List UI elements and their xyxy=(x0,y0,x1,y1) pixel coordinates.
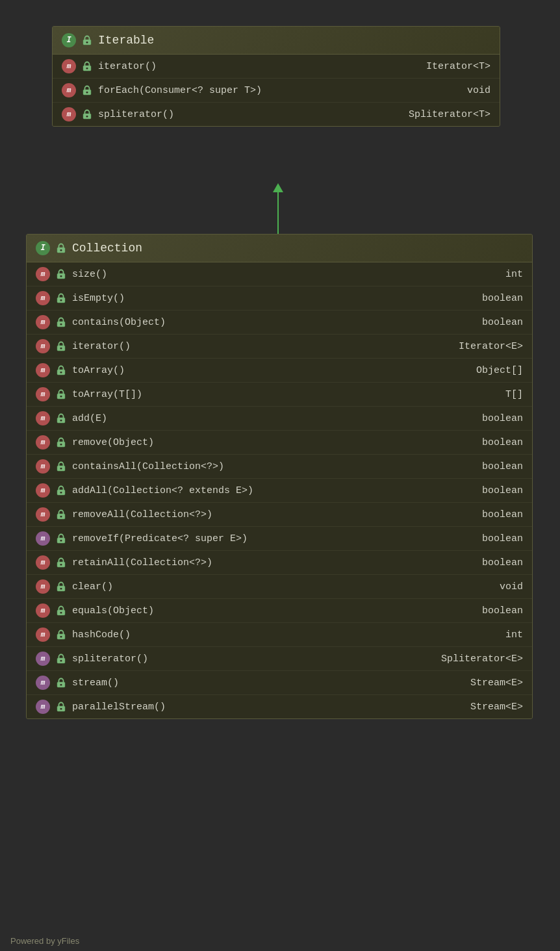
method-badge: m xyxy=(36,507,50,522)
method-name: removeIf(Predicate<? super E>) xyxy=(72,533,477,544)
method-badge: m xyxy=(36,411,50,425)
method-name: spliterator() xyxy=(72,653,436,665)
svg-rect-39 xyxy=(60,612,62,614)
method-lock-icon xyxy=(55,268,67,280)
method-row: m iterator()Iterator<T> xyxy=(53,55,500,79)
method-return-type: boolean xyxy=(482,533,523,544)
method-row: m toArray(T[])T[] xyxy=(27,383,532,407)
iterable-lock-icon xyxy=(81,34,93,46)
method-lock-icon xyxy=(55,388,67,400)
collection-class-box: I Collection m size()intm isEmpty()boole… xyxy=(26,234,533,719)
method-lock-icon xyxy=(55,412,67,424)
method-lock-icon xyxy=(55,557,67,568)
method-row: m addAll(Collection<? extends E>)boolean xyxy=(27,479,532,503)
svg-rect-47 xyxy=(60,708,62,710)
svg-rect-29 xyxy=(60,492,62,494)
method-return-type: int xyxy=(505,629,523,640)
method-name: size() xyxy=(72,269,500,280)
iterable-class-name: Iterable xyxy=(98,34,154,47)
svg-rect-37 xyxy=(60,588,62,590)
method-name: addAll(Collection<? extends E>) xyxy=(72,485,477,496)
method-return-type: T[] xyxy=(505,389,523,400)
method-name: toArray() xyxy=(72,365,471,376)
method-name: retainAll(Collection<?>) xyxy=(72,557,477,568)
method-name: containsAll(Collection<?>) xyxy=(72,461,477,472)
method-row: m removeIf(Predicate<? super E>)boolean xyxy=(27,527,532,551)
svg-rect-33 xyxy=(60,540,62,542)
svg-rect-45 xyxy=(60,684,62,686)
method-lock-icon xyxy=(81,108,93,120)
method-lock-icon xyxy=(55,485,67,496)
svg-rect-3 xyxy=(86,68,88,70)
method-lock-icon xyxy=(55,316,67,328)
svg-rect-7 xyxy=(86,116,88,118)
iterable-methods: m iterator()Iterator<T>m forEach(Consume… xyxy=(53,55,500,126)
method-badge: m xyxy=(36,267,50,281)
method-badge: m xyxy=(36,339,50,353)
method-lock-icon xyxy=(55,653,67,665)
svg-rect-1 xyxy=(86,42,88,44)
method-row: m hashCode()int xyxy=(27,623,532,647)
collection-interface-badge: I xyxy=(36,241,50,255)
method-badge: m xyxy=(62,83,76,97)
svg-rect-41 xyxy=(60,636,62,638)
method-lock-icon xyxy=(55,340,67,352)
method-badge-alt: m xyxy=(36,531,50,546)
method-badge: m xyxy=(36,483,50,498)
method-name: clear() xyxy=(72,581,494,592)
method-badge: m xyxy=(36,628,50,642)
method-row: m parallelStream()Stream<E> xyxy=(27,695,532,718)
method-badge: m xyxy=(36,291,50,305)
inheritance-arrow xyxy=(273,183,283,238)
canvas: I Iterable m iterator()Iterator<T>m forE… xyxy=(0,0,560,951)
method-row: m isEmpty()boolean xyxy=(27,286,532,311)
method-badge-alt: m xyxy=(36,676,50,690)
method-badge: m xyxy=(36,579,50,594)
svg-rect-17 xyxy=(60,348,62,349)
method-name: forEach(Consumer<? super T>) xyxy=(98,85,462,96)
method-return-type: boolean xyxy=(482,317,523,328)
method-badge: m xyxy=(62,107,76,121)
iterable-header: I Iterable xyxy=(53,27,500,55)
svg-rect-35 xyxy=(60,564,62,566)
method-return-type: Stream<E> xyxy=(470,678,523,689)
method-return-type: Stream<E> xyxy=(470,702,523,713)
arrow-line xyxy=(277,192,279,238)
collection-methods: m size()intm isEmpty()booleanm contains(… xyxy=(27,262,532,718)
method-name: parallelStream() xyxy=(72,702,465,713)
method-return-type: boolean xyxy=(482,509,523,520)
method-row: m forEach(Consumer<? super T>)void xyxy=(53,79,500,103)
method-row: m add(E)boolean xyxy=(27,407,532,431)
method-row: m clear()void xyxy=(27,575,532,599)
method-return-type: boolean xyxy=(482,293,523,304)
method-return-type: boolean xyxy=(482,557,523,568)
method-lock-icon xyxy=(55,364,67,376)
method-lock-icon xyxy=(55,701,67,713)
iterable-class-box: I Iterable m iterator()Iterator<T>m forE… xyxy=(52,26,500,127)
method-lock-icon xyxy=(81,84,93,96)
method-badge: m xyxy=(36,459,50,474)
svg-rect-27 xyxy=(60,468,62,470)
collection-lock-icon xyxy=(55,242,67,254)
method-name: toArray(T[]) xyxy=(72,389,500,400)
method-lock-icon xyxy=(55,533,67,544)
method-row: m contains(Object)boolean xyxy=(27,311,532,335)
method-lock-icon xyxy=(55,461,67,472)
method-badge: m xyxy=(36,387,50,401)
method-name: add(E) xyxy=(72,413,477,424)
method-name: stream() xyxy=(72,678,465,689)
method-return-type: Spliterator<E> xyxy=(441,653,523,665)
method-badge: m xyxy=(36,363,50,377)
method-name: equals(Object) xyxy=(72,605,477,616)
method-lock-icon xyxy=(55,509,67,520)
method-name: contains(Object) xyxy=(72,317,477,328)
method-return-type: void xyxy=(500,581,523,592)
method-return-type: Spliterator<T> xyxy=(409,109,490,120)
collection-header: I Collection xyxy=(27,235,532,262)
method-badge: m xyxy=(36,555,50,570)
method-return-type: boolean xyxy=(482,413,523,424)
method-badge-alt: m xyxy=(36,652,50,666)
method-badge: m xyxy=(62,59,76,73)
powered-by-label: Powered by yFiles xyxy=(10,936,79,946)
method-lock-icon xyxy=(55,629,67,640)
